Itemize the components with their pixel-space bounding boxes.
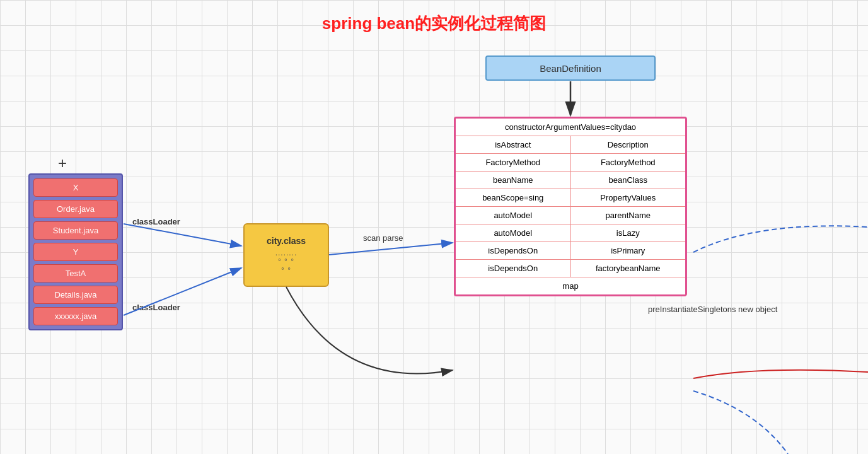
- bean-prop-cell-0-1: Description: [571, 136, 686, 153]
- file-item-x: X: [33, 178, 118, 197]
- classloader-label-1: classLoader: [132, 217, 180, 226]
- bean-prop-cell-7-1: factorybeanName: [571, 260, 686, 277]
- bean-props-row-3: beanScope=sing PropertyValues: [456, 189, 685, 207]
- bean-prop-cell-6-1: isPrimary: [571, 242, 686, 259]
- scan-parse-label: scan parse: [363, 233, 403, 243]
- bean-prop-map: map: [456, 277, 685, 294]
- bean-prop-cell-4-0: autoModel: [456, 207, 571, 224]
- bean-props-row-5: autoModel isLazy: [456, 224, 685, 242]
- file-item-student: Student.java: [33, 221, 118, 240]
- city-class-box: city.class ........ ° ° ° ° °: [243, 223, 329, 287]
- classloader-arrow-1: [124, 224, 241, 246]
- pre-instantiate-label: preInstantiateSingletons new object: [648, 305, 777, 314]
- dashed-arrow-right: [693, 226, 868, 252]
- arrows-svg: [0, 0, 868, 454]
- file-item-order: Order.java: [33, 200, 118, 218]
- city-class-dots3: ° °: [281, 266, 291, 275]
- bean-prop-constructor: constructorArgumentValues=citydao: [456, 119, 685, 136]
- plus-icon: +: [58, 154, 67, 172]
- bean-prop-cell-0-0: isAbstract: [456, 136, 571, 153]
- scan-parse-arrow: [329, 243, 453, 255]
- bean-props-row-2: beanName beanClass: [456, 172, 685, 189]
- file-item-testa: TestA: [33, 264, 118, 282]
- dashed-arrow-bottom-right: [693, 391, 788, 454]
- bean-prop-cell-6-0: isDependsOn: [456, 242, 571, 259]
- bean-prop-cell-1-0: FactoryMethod: [456, 154, 571, 171]
- file-stack: X Order.java Student.java Y TestA Detail…: [28, 173, 123, 330]
- city-class-title: city.class: [267, 236, 306, 246]
- bean-prop-cell-2-0: beanName: [456, 172, 571, 189]
- file-item-xxxxxx: xxxxxx.java: [33, 307, 118, 325]
- bean-props-row-0: isAbstract Description: [456, 136, 685, 154]
- bean-definition-label: BeanDefinition: [540, 63, 601, 74]
- bean-prop-cell-2-1: beanClass: [571, 172, 686, 189]
- bean-prop-cell-5-1: isLazy: [571, 224, 686, 242]
- red-curve-right: [693, 370, 868, 378]
- bean-prop-cell-3-0: beanScope=sing: [456, 189, 571, 206]
- bean-props-row-1: FactoryMethod FactoryMethod: [456, 154, 685, 172]
- city-class-dots1: ........: [275, 248, 298, 257]
- classloader-label-2: classLoader: [132, 303, 180, 312]
- bean-prop-cell-4-1: parentName: [571, 207, 686, 224]
- file-item-y: Y: [33, 243, 118, 261]
- bean-prop-cell-5-0: autoModel: [456, 224, 571, 242]
- diagram-container: spring bean的实例化过程简图 + X Order.java Stude…: [0, 0, 868, 454]
- curved-arrow-bottom: [286, 287, 453, 374]
- bean-definition-box: BeanDefinition: [485, 55, 656, 81]
- file-item-details: Details.java: [33, 286, 118, 304]
- diagram-title: spring bean的实例化过程简图: [322, 13, 546, 35]
- bean-prop-cell-7-0: isDependsOn: [456, 260, 571, 277]
- bean-prop-cell-3-1: PropertyValues: [571, 189, 686, 206]
- bean-props-row-4: autoModel parentName: [456, 207, 685, 224]
- bean-prop-cell-1-1: FactoryMethod: [571, 154, 686, 171]
- city-class-dots2: ° ° °: [278, 257, 294, 266]
- bean-props-row-7: isDependsOn factorybeanName: [456, 260, 685, 277]
- bean-props-row-6: isDependsOn isPrimary: [456, 242, 685, 260]
- bean-props-container: constructorArgumentValues=citydao isAbst…: [454, 117, 687, 296]
